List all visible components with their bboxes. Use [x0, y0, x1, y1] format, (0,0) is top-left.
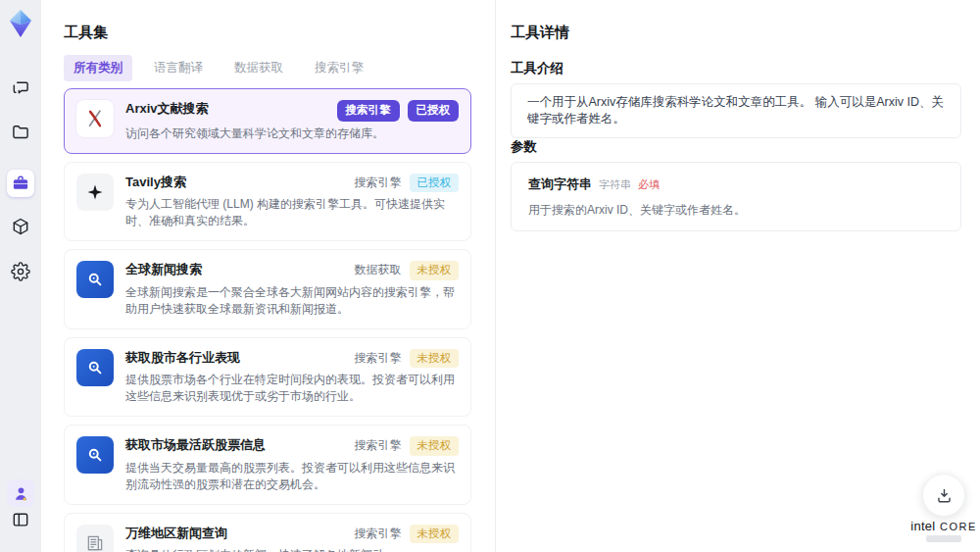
category-label: 数据获取 [355, 262, 402, 278]
category-badge: 搜索引擎 [337, 100, 400, 122]
tool-name: Tavily搜索 [125, 174, 186, 191]
tool-intro-text: 一个用于从Arxiv存储库搜索科学论文和文章的工具。 输入可以是Arxiv ID… [511, 83, 961, 138]
auth-badge: 未授权 [410, 349, 460, 369]
user-avatar-icon[interactable] [7, 479, 34, 507]
category-label: 搜索引擎 [355, 437, 402, 454]
arxiv-logo-icon [76, 100, 114, 137]
panel-toggle-icon[interactable] [7, 506, 34, 533]
tab-2[interactable]: 语言翻译 [144, 55, 213, 81]
tool-description: 专为人工智能代理 (LLM) 构建的搜索引擎工具。可快速提供实时、准确和真实的结… [125, 196, 459, 229]
tool-body: 获取市场最活跃股票信息搜索引擎未授权提供当天交易量最高的股票列表。投资者可以利用… [125, 436, 459, 493]
category-label: 搜索引擎 [355, 526, 402, 542]
briefcase-icon[interactable] [7, 170, 34, 197]
download-button[interactable] [922, 474, 965, 517]
detail-panel-title: 工具详情 [511, 24, 569, 42]
tool-card[interactable]: Arxiv文献搜索搜索引擎已授权访问各个研究领域大量科学论文和文章的存储库。 [64, 88, 471, 154]
intel-wordmark: intel [910, 519, 935, 533]
auth-badge: 未授权 [410, 525, 460, 544]
tool-body: Tavily搜索搜索引擎已授权专为人工智能代理 (LLM) 构建的搜索引擎工具。… [125, 174, 459, 230]
tool-card[interactable]: 全球新闻搜索数据获取未授权全球新闻搜索是一个聚合全球各大新闻网站内容的搜索引擎，… [64, 249, 471, 329]
intro-heading: 工具介绍 [511, 60, 564, 77]
core-wordmark: CORE [940, 521, 977, 532]
tab-1[interactable]: 所有类别 [64, 55, 132, 81]
param-card: 查询字符串字符串必填用于搜索的Arxiv ID、关键字或作者姓名。 [511, 162, 961, 231]
tool-name: 获取市场最活跃股票信息 [125, 436, 266, 454]
newspaper-icon [76, 525, 114, 552]
gear-icon[interactable] [7, 258, 34, 285]
tool-card[interactable]: Tavily搜索搜索引擎已授权专为人工智能代理 (LLM) 构建的搜索引擎工具。… [64, 162, 471, 242]
param-required-label: 必填 [638, 177, 660, 192]
tool-body: 获取股市各行业表现搜索引擎未授权提供股票市场各个行业在特定时间段内的表现。投资者… [125, 349, 459, 406]
tool-body: 全球新闻搜索数据获取未授权全球新闻搜索是一个聚合全球各大新闻网站内容的搜索引擎，… [125, 261, 459, 318]
download-icon [935, 486, 954, 505]
tools-panel-title: 工具集 [64, 24, 108, 42]
tool-body: 万维地区新闻查询搜索引擎未授权查询具体行政区划内的新闻，快速了解各地新闻动 [125, 525, 459, 552]
intel-core-logo: intel CORE [905, 517, 980, 534]
tab-3[interactable]: 数据获取 [224, 55, 293, 81]
tool-name: 获取股市各行业表现 [125, 349, 240, 367]
auth-badge: 未授权 [410, 436, 460, 456]
folder-icon[interactable] [7, 119, 34, 146]
category-tabs: 所有类别语言翻译数据获取搜索引擎 [64, 55, 373, 81]
tool-description: 全球新闻搜索是一个聚合全球各大新闻网站内容的搜索引擎，帮助用户快速获取全球最新资… [125, 284, 459, 318]
param-type: 字符串 [599, 177, 631, 192]
auth-badge: 已授权 [408, 100, 460, 122]
tool-list: Arxiv文献搜索搜索引擎已授权访问各个研究领域大量科学论文和文章的存储库。Ta… [64, 88, 471, 552]
tool-description: 提供当天交易量最高的股票列表。投资者可以利用这些信息来识别流动性强的股票和潜在的… [125, 460, 459, 493]
cube-icon[interactable] [7, 213, 34, 240]
tool-body: Arxiv文献搜索搜索引擎已授权访问各个研究领域大量科学论文和文章的存储库。 [125, 100, 459, 142]
chat-icon[interactable] [7, 75, 34, 102]
params-list: 查询字符串字符串必填用于搜索的Arxiv ID、关键字或作者姓名。 [511, 162, 961, 231]
search-magnifier-icon [76, 261, 114, 298]
app-window: 工具集 所有类别语言翻译数据获取搜索引擎 Arxiv文献搜索搜索引擎已授权访问各… [0, 0, 980, 552]
param-description: 用于搜索的Arxiv ID、关键字或作者姓名。 [528, 202, 944, 218]
tool-detail-panel: 工具详情 工具介绍 一个用于从Arxiv存储库搜索科学论文和文章的工具。 输入可… [495, 0, 980, 552]
sparkle-star-icon [76, 174, 114, 211]
auth-badge: 已授权 [410, 174, 460, 193]
app-sidebar [0, 0, 41, 552]
tool-description: 查询具体行政区划内的新闻，快速了解各地新闻动 [125, 547, 459, 552]
params-heading: 参数 [511, 138, 537, 156]
tool-name: Arxiv文献搜索 [125, 100, 209, 118]
tool-name: 全球新闻搜索 [125, 261, 202, 278]
tool-description: 提供股票市场各个行业在特定时间段内的表现。投资者可以利用这些信息来识别表现优于或… [125, 372, 459, 405]
param-name: 查询字符串 [528, 176, 592, 193]
tool-card[interactable]: 万维地区新闻查询搜索引擎未授权查询具体行政区划内的新闻，快速了解各地新闻动 [64, 513, 471, 552]
tool-name: 万维地区新闻查询 [125, 525, 227, 542]
auth-badge: 未授权 [410, 261, 460, 280]
category-label: 搜索引擎 [355, 175, 402, 191]
tool-card[interactable]: 获取市场最活跃股票信息搜索引擎未授权提供当天交易量最高的股票列表。投资者可以利用… [64, 425, 471, 505]
category-label: 搜索引擎 [355, 350, 402, 367]
tools-panel: 工具集 所有类别语言翻译数据获取搜索引擎 Arxiv文献搜索搜索引擎已授权访问各… [41, 0, 490, 552]
search-magnifier-icon [76, 349, 114, 386]
tool-description: 访问各个研究领域大量科学论文和文章的存储库。 [125, 125, 459, 142]
intel-badge-bar [926, 535, 961, 542]
tool-card[interactable]: 获取股市各行业表现搜索引擎未授权提供股票市场各个行业在特定时间段内的表现。投资者… [64, 337, 471, 418]
gem-logo-icon [5, 8, 36, 39]
tab-4[interactable]: 搜索引擎 [305, 55, 373, 81]
search-magnifier-icon [76, 436, 114, 474]
